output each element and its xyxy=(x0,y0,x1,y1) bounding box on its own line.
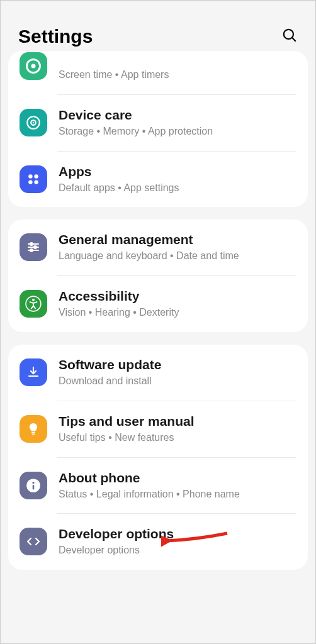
settings-item-title: Software update xyxy=(59,357,296,372)
settings-item-title: Tips and user manual xyxy=(59,414,296,429)
settings-item-title: About phone xyxy=(59,470,296,486)
settings-item-tips[interactable]: Tips and user manual Useful tips • New f… xyxy=(20,401,296,457)
settings-item-subtitle: Screen time • App timers xyxy=(59,69,296,82)
settings-item-general-management[interactable]: General management Language and keyboard… xyxy=(20,219,296,275)
svg-rect-21 xyxy=(33,484,35,489)
page-title: Settings xyxy=(18,26,93,47)
device-care-icon xyxy=(25,114,42,131)
svg-point-9 xyxy=(28,180,32,184)
settings-item-subtitle: Developer options xyxy=(59,544,296,557)
settings-item-title: Developer options xyxy=(59,526,296,541)
svg-point-18 xyxy=(32,299,35,301)
svg-point-6 xyxy=(33,121,35,123)
code-icon xyxy=(26,534,41,549)
svg-point-0 xyxy=(284,30,293,39)
svg-point-15 xyxy=(34,246,37,248)
settings-item-about-phone[interactable]: About phone Status • Legal information •… xyxy=(20,458,296,514)
settings-item-subtitle: Useful tips • New features xyxy=(59,431,296,445)
svg-point-3 xyxy=(31,64,36,69)
settings-item-software-update[interactable]: Software update Download and install xyxy=(20,345,296,401)
settings-item-accessibility[interactable]: Accessibility Vision • Hearing • Dexteri… xyxy=(20,276,296,332)
settings-item-developer-options[interactable]: Developer options Developer options xyxy=(20,514,296,570)
settings-item-subtitle: Language and keyboard • Date and time xyxy=(59,250,296,263)
update-icon xyxy=(26,365,41,380)
settings-item-subtitle: Storage • Memory • App protection xyxy=(59,125,296,138)
wellbeing-icon xyxy=(25,57,42,75)
settings-item-subtitle: Vision • Hearing • Dexterity xyxy=(59,306,296,319)
settings-item-subtitle: Status • Legal information • Phone name xyxy=(59,488,296,501)
lightbulb-icon xyxy=(26,422,40,436)
apps-icon xyxy=(26,172,40,186)
svg-point-10 xyxy=(34,180,38,184)
settings-item-title: Apps xyxy=(59,164,296,179)
info-icon xyxy=(25,477,42,494)
settings-item-apps[interactable]: Apps Default apps • App settings xyxy=(20,152,296,208)
svg-point-7 xyxy=(28,174,32,178)
accessibility-icon xyxy=(25,296,42,312)
svg-point-8 xyxy=(34,174,38,178)
settings-item-title: General management xyxy=(59,232,296,247)
settings-item-title: Accessibility xyxy=(59,289,296,304)
svg-point-20 xyxy=(32,482,34,484)
sliders-icon xyxy=(26,240,41,255)
svg-line-1 xyxy=(292,38,295,41)
svg-point-14 xyxy=(30,243,33,245)
svg-point-16 xyxy=(30,249,33,252)
settings-item-device-care[interactable]: Device care Storage • Memory • App prote… xyxy=(20,95,296,151)
settings-item-subtitle: Default apps • App settings xyxy=(59,182,296,195)
settings-item-subtitle: Download and install xyxy=(59,375,296,388)
settings-item-title: Device care xyxy=(59,108,296,123)
settings-item-digital-wellbeing[interactable]: controls Screen time • App timers xyxy=(20,51,296,94)
search-icon[interactable] xyxy=(281,27,298,46)
